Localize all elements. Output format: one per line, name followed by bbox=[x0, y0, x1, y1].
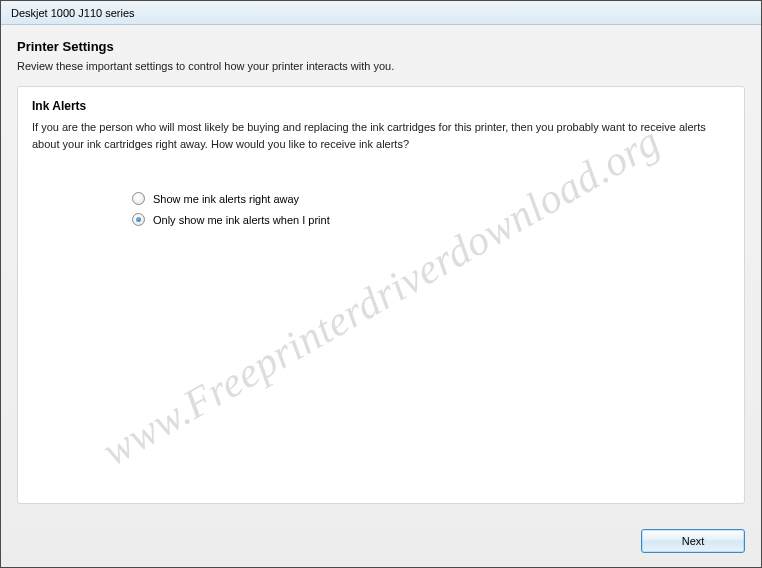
installer-window: Deskjet 1000 J110 series Printer Setting… bbox=[0, 0, 762, 568]
radio-icon bbox=[132, 213, 145, 226]
page-title: Printer Settings bbox=[17, 39, 745, 54]
page-subtitle: Review these important settings to contr… bbox=[17, 60, 745, 72]
content-area: Printer Settings Review these important … bbox=[1, 25, 761, 567]
button-row: Next bbox=[641, 529, 745, 553]
radio-icon bbox=[132, 192, 145, 205]
panel-title: Ink Alerts bbox=[32, 99, 730, 113]
radio-option-right-away[interactable]: Show me ink alerts right away bbox=[132, 192, 730, 205]
titlebar: Deskjet 1000 J110 series bbox=[1, 1, 761, 25]
ink-alerts-panel: Ink Alerts If you are the person who wil… bbox=[17, 86, 745, 504]
radio-option-when-print[interactable]: Only show me ink alerts when I print bbox=[132, 213, 730, 226]
window-title: Deskjet 1000 J110 series bbox=[11, 7, 135, 19]
radio-label: Show me ink alerts right away bbox=[153, 193, 299, 205]
radio-label: Only show me ink alerts when I print bbox=[153, 214, 330, 226]
next-button[interactable]: Next bbox=[641, 529, 745, 553]
ink-alerts-radio-group: Show me ink alerts right away Only show … bbox=[132, 192, 730, 226]
panel-description: If you are the person who will most like… bbox=[32, 119, 730, 152]
